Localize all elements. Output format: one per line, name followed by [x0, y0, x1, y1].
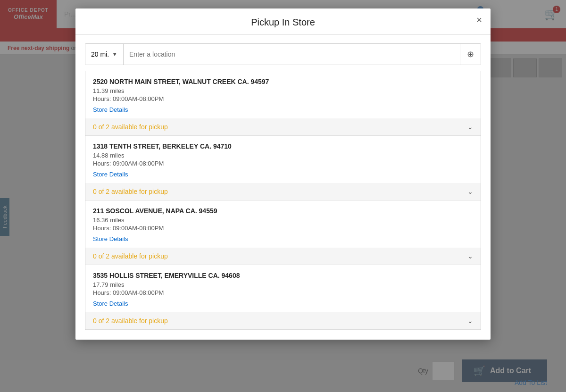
store-hours-0: Hours: 09:00AM-08:00PM	[93, 95, 473, 102]
distance-value: 20 mi.	[91, 50, 109, 58]
store-address-1: 1318 TENTH STREET, BERKELEY CA. 94710	[93, 142, 473, 150]
availability-chevron-icon-3: ⌄	[467, 317, 473, 325]
store-distance-1: 14.88 miles	[93, 152, 473, 159]
modal-close-button[interactable]: ×	[476, 15, 482, 25]
store-info-3: 3535 HOLLIS STREET, EMERYVILLE CA. 94608…	[85, 265, 481, 312]
store-address-3: 3535 HOLLIS STREET, EMERYVILLE CA. 94608	[93, 272, 473, 279]
store-info-0: 2520 NORTH MAIN STREET, WALNUT CREEK CA.…	[85, 71, 481, 118]
availability-text-3: 0 of 2 available for pickup	[93, 317, 168, 325]
store-list[interactable]: 2520 NORTH MAIN STREET, WALNUT CREEK CA.…	[85, 71, 481, 330]
store-item: 3535 HOLLIS STREET, EMERYVILLE CA. 94608…	[85, 265, 481, 330]
store-item: 211 SOSCOL AVENUE, NAPA CA. 94559 16.36 …	[85, 200, 481, 265]
modal-header: Pickup In Store ×	[75, 8, 491, 35]
store-info-1: 1318 TENTH STREET, BERKELEY CA. 94710 14…	[85, 136, 481, 183]
availability-chevron-icon-2: ⌄	[467, 252, 473, 260]
availability-text-2: 0 of 2 available for pickup	[93, 252, 168, 260]
store-details-link-3[interactable]: Store Details	[93, 300, 128, 307]
availability-chevron-icon-0: ⌄	[467, 123, 473, 131]
store-availability-1[interactable]: 0 of 2 available for pickup ⌄	[85, 183, 481, 200]
availability-text-1: 0 of 2 available for pickup	[93, 188, 168, 195]
modal-title: Pickup In Store	[251, 17, 315, 28]
store-distance-3: 17.79 miles	[93, 281, 473, 288]
distance-chevron-icon: ▼	[112, 51, 117, 58]
store-hours-2: Hours: 09:00AM-08:00PM	[93, 225, 473, 232]
store-availability-0[interactable]: 0 of 2 available for pickup ⌄	[85, 118, 481, 135]
store-availability-3[interactable]: 0 of 2 available for pickup ⌄	[85, 312, 481, 329]
store-address-2: 211 SOSCOL AVENUE, NAPA CA. 94559	[93, 207, 473, 215]
store-info-2: 211 SOSCOL AVENUE, NAPA CA. 94559 16.36 …	[85, 200, 481, 248]
availability-text-0: 0 of 2 available for pickup	[93, 123, 168, 131]
distance-selector[interactable]: 20 mi. ▼	[85, 44, 124, 65]
store-details-link-2[interactable]: Store Details	[93, 235, 128, 242]
store-details-link-0[interactable]: Store Details	[93, 106, 128, 113]
store-availability-2[interactable]: 0 of 2 available for pickup ⌄	[85, 248, 481, 265]
location-input[interactable]	[124, 44, 460, 65]
store-hours-1: Hours: 09:00AM-08:00PM	[93, 160, 473, 167]
store-address-0: 2520 NORTH MAIN STREET, WALNUT CREEK CA.…	[93, 78, 473, 85]
store-item: 2520 NORTH MAIN STREET, WALNUT CREEK CA.…	[85, 71, 481, 136]
store-distance-2: 16.36 miles	[93, 217, 473, 224]
store-details-link-1[interactable]: Store Details	[93, 171, 128, 178]
store-item: 1318 TENTH STREET, BERKELEY CA. 94710 14…	[85, 136, 481, 200]
locate-icon: ⊕	[467, 49, 474, 59]
pickup-in-store-modal: Pickup In Store × 20 mi. ▼ ⊕ 2520 NORTH …	[75, 8, 491, 340]
store-distance-0: 11.39 miles	[93, 87, 473, 94]
locate-me-button[interactable]: ⊕	[460, 44, 481, 65]
store-hours-3: Hours: 09:00AM-08:00PM	[93, 289, 473, 296]
availability-chevron-icon-1: ⌄	[467, 188, 473, 195]
store-search-bar: 20 mi. ▼ ⊕	[85, 43, 481, 65]
